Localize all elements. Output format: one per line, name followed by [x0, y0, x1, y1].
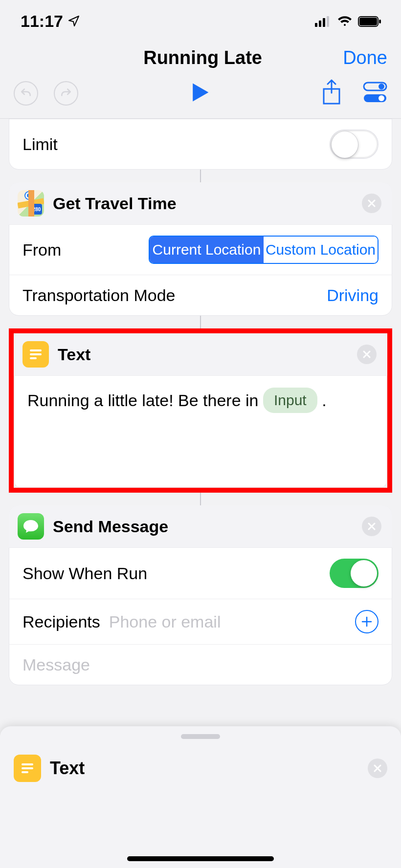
battery-icon: [358, 12, 381, 31]
svg-rect-14: [30, 357, 37, 359]
connector: [200, 170, 201, 182]
transportation-mode-label: Transportation Mode: [22, 286, 175, 305]
nav-bar: Running Late Done: [0, 35, 401, 77]
svg-rect-0: [315, 23, 317, 27]
svg-rect-5: [359, 18, 377, 25]
text-action-card: Text Running a little late! Be there in …: [14, 333, 387, 488]
svg-rect-13: [30, 353, 42, 355]
drawer-grabber[interactable]: [181, 734, 220, 739]
from-segmented[interactable]: Current Location Custom Location: [149, 236, 379, 264]
svg-point-11: [379, 95, 384, 101]
actions-drawer[interactable]: Text: [0, 726, 401, 868]
show-when-run-label: Show When Run: [22, 564, 147, 583]
segment-custom-location[interactable]: Custom Location: [264, 237, 378, 263]
get-travel-time-card: 280 Get Travel Time From Current Locatio…: [9, 182, 392, 316]
delete-travel-time-button[interactable]: [362, 194, 381, 213]
limit-label: Limit: [22, 135, 58, 154]
maps-icon: 280: [18, 190, 44, 217]
message-field[interactable]: Message: [9, 644, 392, 685]
delete-text-action-button[interactable]: [357, 345, 377, 364]
connector: [200, 316, 201, 328]
svg-point-9: [379, 84, 384, 89]
undo-button[interactable]: [14, 81, 38, 106]
redo-button[interactable]: [54, 81, 78, 106]
show-when-run-toggle[interactable]: [330, 559, 379, 588]
text-body-suffix: .: [322, 391, 326, 410]
svg-rect-1: [319, 21, 321, 27]
limit-card: Limit: [9, 119, 392, 170]
share-button[interactable]: [321, 79, 342, 108]
recipients-placeholder[interactable]: Phone or email: [109, 612, 221, 631]
recipients-label: Recipients: [22, 612, 100, 631]
delete-send-message-button[interactable]: [362, 517, 381, 536]
svg-rect-15: [22, 763, 33, 765]
svg-rect-3: [327, 16, 329, 27]
messages-icon: [18, 513, 44, 540]
svg-rect-2: [323, 18, 325, 27]
page-title: Running Late: [63, 47, 343, 68]
text-action-title: Text: [58, 345, 357, 364]
from-label: From: [22, 240, 61, 260]
input-token[interactable]: Input: [263, 388, 317, 413]
drawer-action-text[interactable]: Text: [50, 758, 368, 779]
svg-rect-17: [22, 771, 28, 773]
svg-rect-12: [30, 349, 42, 351]
transportation-mode-value[interactable]: Driving: [327, 286, 379, 305]
send-message-title: Send Message: [53, 517, 362, 536]
text-icon: [14, 755, 41, 782]
editor-toolbar: [0, 77, 401, 119]
annotation-highlight: Text Running a little late! Be there in …: [9, 328, 392, 493]
done-button[interactable]: Done: [343, 47, 387, 68]
text-body[interactable]: Running a little late! Be there in Input…: [14, 375, 387, 488]
cellular-icon: [315, 12, 332, 31]
drawer-close-button[interactable]: [368, 759, 387, 778]
segment-current-location[interactable]: Current Location: [150, 237, 264, 263]
text-body-prefix: Running a little late! Be there in: [27, 391, 263, 410]
send-message-card: Send Message Show When Run Recipients Ph…: [9, 505, 392, 685]
home-indicator[interactable]: [127, 856, 274, 861]
run-button[interactable]: [188, 81, 211, 106]
text-icon: [22, 341, 49, 368]
status-time: 11:17: [21, 12, 63, 31]
travel-time-title: Get Travel Time: [53, 194, 362, 213]
settings-toggle-button[interactable]: [363, 82, 387, 105]
svg-rect-6: [379, 20, 381, 23]
limit-toggle[interactable]: [330, 130, 379, 159]
add-recipient-button[interactable]: [355, 610, 379, 633]
svg-rect-16: [22, 767, 33, 769]
location-icon: [68, 12, 80, 31]
connector: [200, 493, 201, 505]
wifi-icon: [337, 12, 352, 31]
status-bar: 11:17: [0, 0, 401, 35]
